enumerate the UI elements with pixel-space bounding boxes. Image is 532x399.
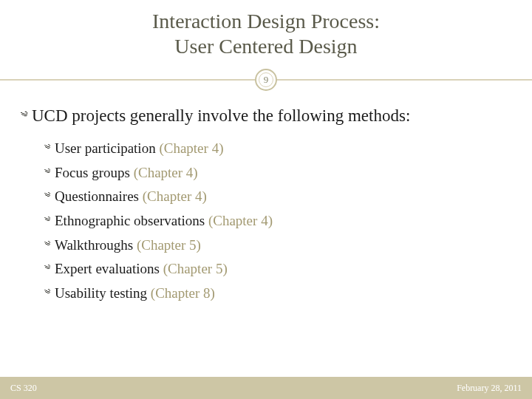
divider-row: 9 (0, 69, 532, 92)
page-number-badge: 9 (255, 69, 277, 91)
list-item-text: Ethnographic observations (Chapter 4) (55, 211, 273, 231)
list-item: ༄ Ethnographic observations (Chapter 4) (44, 211, 511, 231)
list-item: ༄ Walkthroughs (Chapter 5) (44, 236, 511, 255)
list-item-text: Expert evaluations (Chapter 5) (55, 259, 228, 279)
slide: Interaction Design Process: User Centere… (0, 0, 532, 399)
list-item-text: Usability testing (Chapter 8) (55, 284, 215, 303)
bullet-swirl-icon: ༄ (44, 236, 50, 253)
list-item-text: Walkthroughs (Chapter 5) (55, 236, 201, 255)
footer-left: CS 320 (10, 383, 37, 394)
title-block: Interaction Design Process: User Centere… (0, 0, 532, 64)
lead-text: UCD projects generally involve the follo… (32, 106, 410, 127)
list-item: ༄ User participation (Chapter 4) (44, 139, 511, 158)
title-line-1: Interaction Design Process: (0, 9, 532, 34)
bullet-swirl-icon: ༄ (44, 187, 50, 204)
bullet-swirl-icon: ༄ (44, 284, 50, 301)
list-item-text: Focus groups (Chapter 4) (55, 163, 198, 183)
title-line-2: User Centered Design (0, 34, 532, 59)
bullet-swirl-icon: ༄ (44, 259, 50, 276)
list-item-text: User participation (Chapter 4) (55, 139, 223, 158)
footer: CS 320 February 28, 2011 (0, 377, 532, 399)
bullet-swirl-icon: ༄ (44, 163, 50, 180)
bullet-swirl-icon: ༄ (21, 106, 27, 124)
footer-right: February 28, 2011 (457, 383, 522, 394)
sub-list: ༄ User participation (Chapter 4) ༄ Focus… (21, 139, 511, 302)
bullet-swirl-icon: ༄ (44, 211, 50, 228)
list-item: ༄ Usability testing (Chapter 8) (44, 284, 511, 303)
list-item: ༄ Focus groups (Chapter 4) (44, 163, 511, 183)
list-item: ༄ Questionnaires (Chapter 4) (44, 187, 511, 206)
content-area: ༄ UCD projects generally involve the fol… (0, 92, 532, 399)
page-number: 9 (264, 74, 269, 86)
lead-bullet-row: ༄ UCD projects generally involve the fol… (21, 106, 511, 127)
list-item: ༄ Expert evaluations (Chapter 5) (44, 259, 511, 279)
bullet-swirl-icon: ༄ (44, 139, 50, 156)
list-item-text: Questionnaires (Chapter 4) (55, 187, 207, 206)
